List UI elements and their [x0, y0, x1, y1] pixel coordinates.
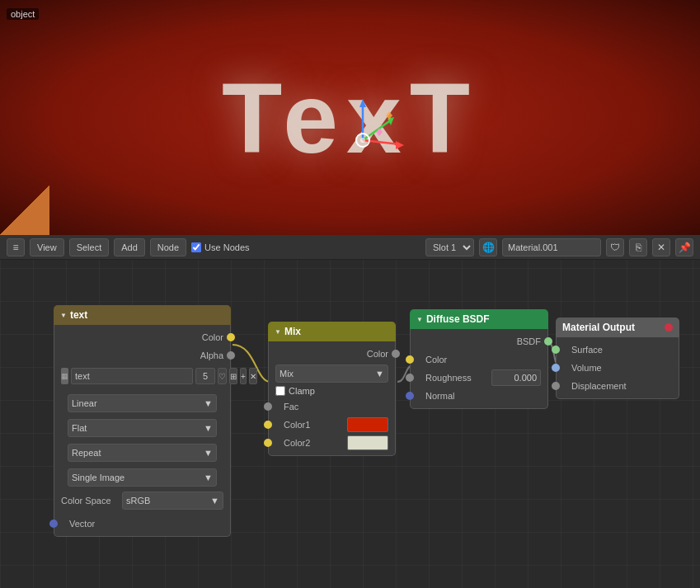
pin-button[interactable]: 📌: [675, 238, 693, 256]
menu-toggle-button[interactable]: ≡: [7, 238, 25, 256]
output-active-dot: [665, 323, 673, 332]
mix-color1-swatch[interactable]: [347, 417, 388, 432]
svg-marker-1: [359, 99, 366, 107]
mix-mode-dropdown[interactable]: Mix ▼: [275, 365, 388, 383]
collapse-icon[interactable]: ▼: [60, 312, 67, 319]
output-surface-socket-in[interactable]: [552, 346, 560, 354]
mix-collapse-icon[interactable]: ▼: [275, 328, 281, 336]
projection-arrow: ▼: [204, 423, 213, 433]
new-image-icon[interactable]: +: [240, 368, 247, 384]
color-space-value: sRGB: [126, 496, 150, 506]
shield-icon[interactable]: 🛡: [606, 238, 624, 256]
interpolation-dropdown[interactable]: Linear ▼: [68, 394, 217, 412]
mix-color2-label: Color2: [275, 438, 347, 448]
output-displacement-socket-in[interactable]: [552, 382, 560, 390]
select-menu-button[interactable]: Select: [69, 238, 110, 256]
text-node-title: text: [70, 309, 87, 321]
mix-color2-swatch[interactable]: [347, 435, 388, 450]
mix-node[interactable]: ▼ Mix Color Mix ▼: [268, 322, 396, 456]
diffuse-normal-socket-in[interactable]: [406, 392, 414, 400]
user-icon[interactable]: ♡: [218, 368, 227, 384]
node-editor[interactable]: ≡ View Select Add Node Use Nodes Slot 1 …: [0, 235, 700, 588]
color-space-row: Color Space sRGB ▼: [54, 490, 230, 511]
text-color-socket-out[interactable]: [227, 333, 235, 341]
diffuse-color-label: Color: [417, 355, 541, 365]
svg-line-2: [363, 120, 392, 140]
diffuse-bsdf-socket-out[interactable]: [544, 337, 552, 346]
mix-fac-row: Fac: [269, 397, 395, 416]
mix-mode-row: Mix ▼: [269, 363, 395, 384]
output-displacement-row: Displacement: [557, 377, 679, 395]
world-icon[interactable]: 🌐: [479, 238, 497, 256]
output-surface-row: Surface: [557, 341, 679, 359]
viewport-corner-decoration: [0, 186, 49, 235]
extension-value: Repeat: [72, 448, 101, 458]
diffuse-collapse-icon[interactable]: ▼: [416, 316, 423, 323]
output-node-title: Material Output: [562, 322, 635, 333]
image-name-input[interactable]: [71, 368, 193, 384]
mix-node-body: Color Mix ▼ Clamp Fa: [268, 341, 396, 456]
output-surface-label: Surface: [563, 345, 672, 355]
interpolation-row: Linear ▼: [54, 391, 230, 416]
text-node-header: ▼ text: [54, 305, 231, 325]
color-space-dropdown[interactable]: sRGB ▼: [122, 492, 223, 510]
diffuse-color-socket-in[interactable]: [406, 355, 414, 364]
text-image-node[interactable]: ▼ text Color Alpha ▦ ♡: [54, 305, 231, 537]
mix-color1-label: Color1: [275, 420, 347, 430]
object-label: object: [7, 8, 39, 20]
material-output-node[interactable]: Material Output Surface Volume Di: [556, 318, 679, 399]
text-color-label: Color: [61, 332, 223, 342]
svg-marker-5: [396, 141, 404, 149]
use-nodes-checkbox-label[interactable]: Use Nodes: [191, 242, 249, 252]
nodes-canvas: ▼ text Color Alpha ▦ ♡: [0, 260, 700, 588]
diffuse-node-title: Diffuse BSDF: [426, 313, 490, 325]
viewport-3d[interactable]: TexT object: [0, 0, 700, 235]
frame-number-input[interactable]: [195, 368, 215, 384]
source-value: Single Image: [72, 473, 124, 482]
browse-icon[interactable]: ⊞: [229, 368, 237, 384]
diffuse-bsdf-node[interactable]: ▼ Diffuse BSDF BSDF Color Roughness: [410, 309, 548, 409]
use-nodes-checkbox[interactable]: [191, 242, 201, 252]
text-alpha-socket-out[interactable]: [227, 351, 235, 360]
output-volume-row: Volume: [557, 359, 679, 377]
text-vector-socket-in[interactable]: [49, 520, 58, 528]
extension-dropdown[interactable]: Repeat ▼: [68, 444, 217, 462]
source-arrow: ▼: [204, 473, 213, 482]
unlink-material-button[interactable]: ✕: [652, 238, 670, 256]
diffuse-roughness-label: Roughness: [417, 373, 491, 383]
output-node-header: Material Output: [556, 318, 679, 337]
extension-row: Repeat ▼: [54, 440, 230, 465]
source-dropdown[interactable]: Single Image ▼: [68, 468, 217, 487]
output-volume-socket-in[interactable]: [552, 364, 560, 372]
clamp-checkbox[interactable]: [275, 386, 285, 396]
diffuse-roughness-row: Roughness 0.000: [411, 369, 547, 387]
view-menu-button[interactable]: View: [30, 238, 64, 256]
roughness-value-input[interactable]: 0.000: [491, 369, 541, 386]
mix-color-socket-out[interactable]: [392, 350, 400, 358]
material-name-field[interactable]: Material.001: [502, 238, 601, 256]
svg-point-9: [360, 138, 365, 143]
output-displacement-label: Displacement: [563, 381, 672, 391]
color-space-label: Color Space: [61, 496, 119, 506]
projection-dropdown[interactable]: Flat ▼: [68, 419, 217, 437]
diffuse-normal-label: Normal: [417, 391, 541, 401]
node-menu-button[interactable]: Node: [150, 238, 186, 256]
diffuse-roughness-socket-in[interactable]: [406, 374, 414, 382]
output-node-body: Surface Volume Displacement: [556, 337, 679, 399]
mix-fac-socket-in[interactable]: [264, 402, 272, 411]
diffuse-normal-row: Normal: [411, 387, 547, 405]
text-color-output-row: Color: [54, 328, 230, 346]
add-menu-button[interactable]: Add: [114, 238, 145, 256]
interpolation-value: Linear: [72, 398, 97, 408]
mix-color2-socket-in[interactable]: [264, 439, 272, 447]
color-space-arrow: ▼: [210, 496, 219, 506]
slot-selector[interactable]: Slot 1: [425, 238, 474, 256]
clamp-row: Clamp: [269, 384, 395, 397]
copy-material-button[interactable]: ⎘: [629, 238, 647, 256]
transform-gizmo[interactable]: [322, 99, 388, 165]
close-image-icon[interactable]: ✕: [249, 368, 257, 384]
text-alpha-output-row: Alpha: [54, 346, 230, 365]
interpolation-arrow: ▼: [204, 398, 213, 408]
mix-color1-socket-in[interactable]: [264, 421, 272, 429]
image-thumbnail[interactable]: ▦: [61, 368, 68, 384]
